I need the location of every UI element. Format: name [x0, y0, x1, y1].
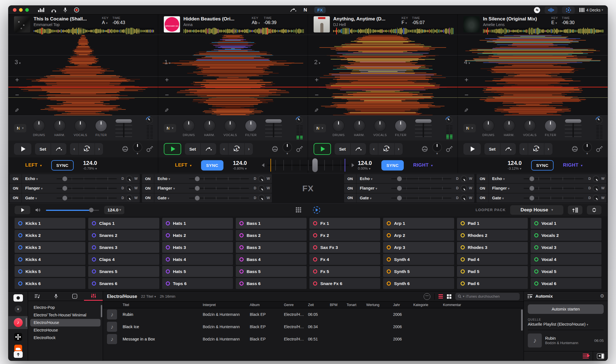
fx-amount-slider[interactable] [57, 186, 117, 191]
key-select[interactable]: F▾ [402, 20, 408, 25]
fx-slider-handle[interactable] [397, 176, 402, 181]
close-window-button[interactable] [13, 8, 17, 12]
album-art[interactable]: SPEICHER 101 [164, 16, 180, 32]
pad-grid-view-icon[interactable] [296, 207, 301, 213]
neural-morph-control[interactable]: ▾ [133, 143, 142, 155]
fx-drywet-knob[interactable] [461, 176, 467, 182]
fx-on-button[interactable]: ON [477, 184, 489, 193]
deck-number-select[interactable]: 4▾ [464, 59, 470, 66]
fx-amount-slider[interactable] [524, 195, 584, 200]
looper-pad[interactable]: Synth 4 [383, 254, 454, 265]
looper-pad[interactable]: Kicks 3 [15, 242, 85, 253]
looper-pad[interactable]: Sax Fx 3 [309, 242, 380, 253]
harmonic-knob[interactable] [353, 120, 365, 132]
neural-morph-knob[interactable] [432, 143, 442, 152]
pitch-value[interactable]: -0.79%▾ [83, 167, 97, 171]
play-button[interactable] [463, 143, 481, 155]
neural-mix-button[interactable]: N▾ [164, 124, 176, 132]
filter-knob[interactable] [95, 120, 107, 132]
sync-button[interactable]: SYNC [201, 160, 223, 171]
play-button[interactable] [314, 143, 331, 155]
automix-settings-gear-icon[interactable]: ⚙ [600, 293, 604, 299]
library-search-input[interactable] [466, 294, 517, 298]
time-remaining[interactable]: -06:39 [264, 20, 276, 25]
loop-halve-button[interactable]: ‹ [70, 143, 78, 155]
drums-only-icon[interactable] [421, 146, 428, 152]
loop-double-button[interactable]: › [394, 143, 403, 155]
rail-scrollbar[interactable] [26, 318, 27, 327]
looper-pad[interactable]: Hats 4 [162, 254, 233, 265]
looper-pad[interactable]: Arp 1 [383, 218, 454, 229]
filter-knob[interactable] [544, 120, 557, 132]
import-pack-button[interactable] [568, 206, 582, 214]
automix-queue-item[interactable]: ♪ Rubin Bodzin & Huntemann 06:05 [528, 333, 604, 347]
album-art[interactable] [314, 16, 330, 32]
fx-amount-slider[interactable] [524, 176, 584, 181]
fx-slider-handle[interactable] [62, 176, 67, 181]
looper-view-button[interactable] [562, 6, 575, 14]
zoom-out-button[interactable]: − [315, 92, 319, 98]
neural-morph-knob[interactable] [283, 143, 292, 152]
set-cue-button[interactable]: Set [335, 143, 350, 155]
sidebar-scrollbar[interactable] [101, 305, 102, 317]
loop-halve-button[interactable]: ‹ [220, 143, 228, 155]
looper-pad[interactable]: Bass 3 [236, 242, 307, 253]
neural-morph-knob[interactable] [582, 143, 592, 152]
zoom-in-button[interactable]: + [15, 76, 19, 83]
edit-beatgrid-button[interactable]: ✎ [15, 107, 19, 114]
volume-fader[interactable] [265, 119, 283, 137]
loop-button[interactable]: 4 [378, 143, 394, 155]
drums-knob[interactable] [183, 120, 195, 132]
crossfader-side-select[interactable]: RIGHT ▾ [413, 162, 433, 168]
set-cue-button[interactable]: Set [35, 143, 51, 155]
loop-halve-button[interactable]: ‹ [370, 143, 378, 155]
list-view-button[interactable] [438, 294, 443, 298]
looper-pad[interactable]: Arp 2 [383, 230, 454, 241]
looper-pad[interactable]: Snares 5 [88, 266, 159, 277]
looper-pad[interactable]: Snares 6 [88, 278, 159, 289]
looper-pad[interactable]: Pad 1 [457, 218, 528, 229]
fx-effect-select[interactable]: Gate▾ [360, 196, 391, 200]
filter-knob[interactable] [245, 120, 257, 132]
looper-pad[interactable]: Bass 6 [236, 278, 307, 289]
harmonic-knob[interactable] [503, 120, 515, 132]
fx-amount-slider[interactable] [189, 195, 249, 200]
looper-pad[interactable]: Kicks 2 [15, 230, 85, 241]
fx-drywet-knob[interactable] [126, 185, 132, 192]
level-meters-icon[interactable] [38, 8, 44, 12]
looper-pad[interactable]: Hats 3 [162, 242, 233, 253]
looper-pad[interactable]: Synth 6 [383, 278, 454, 289]
neural-morph-control[interactable]: ▾ [582, 143, 592, 155]
cue-gain-knob[interactable] [446, 117, 452, 123]
neural-morph-control[interactable]: ▾ [283, 143, 292, 155]
microphone-icon[interactable] [63, 7, 67, 13]
fx-slider-handle[interactable] [529, 186, 534, 191]
harmonic-knob[interactable] [203, 120, 216, 132]
album-art[interactable] [14, 16, 30, 32]
fx-on-button[interactable]: ON [142, 184, 154, 193]
track-row[interactable]: ♪RubinBodzin & HuntemannBlack EPElectro/… [103, 308, 524, 321]
looper-pad[interactable]: Kicks 1 [15, 218, 85, 229]
fx-toolbar-button[interactable]: FX [314, 7, 326, 13]
crossfader-side-select[interactable]: LEFT ▾ [175, 162, 192, 168]
fx-drywet-knob[interactable] [258, 176, 265, 182]
fx-slider-handle[interactable] [62, 196, 67, 200]
neural-morph-knob[interactable] [133, 143, 142, 152]
track-row[interactable]: ♪Message in a BoxBodzin & HuntemannBlack… [103, 333, 524, 345]
key-select[interactable]: Ab▾ [252, 20, 260, 25]
fx-amount-slider[interactable] [391, 186, 451, 191]
looper-pad[interactable]: Bass 1 [236, 218, 307, 229]
edit-beatgrid-button[interactable]: ✎ [314, 107, 319, 114]
neural-mix-toolbar-icon[interactable]: N [304, 7, 307, 13]
volume-fader-handle[interactable] [415, 119, 431, 123]
drums-only-icon[interactable] [122, 146, 129, 152]
fx-effect-select[interactable]: Gate▾ [158, 196, 189, 200]
zoom-in-button[interactable]: + [315, 76, 319, 83]
play-button[interactable] [164, 143, 181, 155]
track-overview-waveform[interactable] [483, 28, 604, 34]
deck-number-select[interactable]: 1▾ [164, 59, 171, 66]
fx-on-button[interactable]: ON [344, 184, 356, 193]
fx-slider-handle[interactable] [397, 196, 402, 200]
looper-pad[interactable]: Fx 2 [309, 230, 380, 241]
looper-pad[interactable]: Bass 4 [236, 254, 307, 265]
